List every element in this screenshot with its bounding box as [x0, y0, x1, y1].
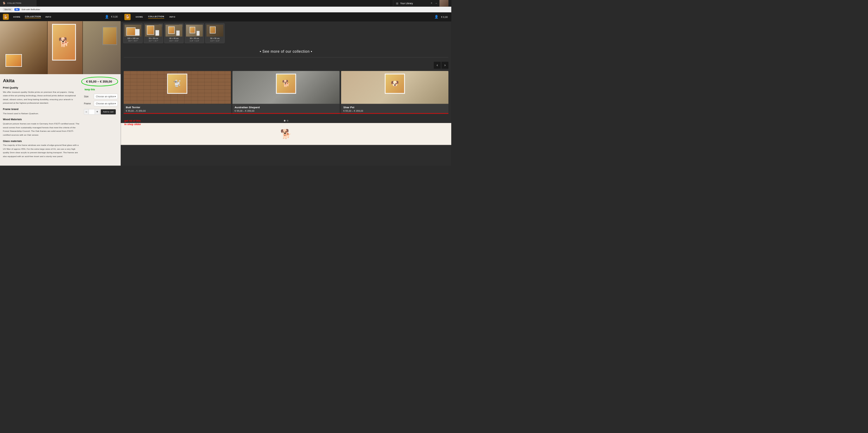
be-badge: Be: [14, 8, 20, 11]
left-nav-cart[interactable]: € 0,00: [111, 15, 118, 18]
product-card-bull-terrier[interactable]: 🐩 Bull Terrier € 55,00 – € 359,00: [124, 71, 231, 114]
library-preview-thumbnail: [439, 0, 448, 7]
australian-shepard-price: € 55,00 – € 359,00: [235, 110, 338, 112]
left-nav-collection[interactable]: COLLECTION: [25, 15, 41, 18]
size-select[interactable]: Choose an option ▾: [94, 94, 118, 99]
product-title: Akita: [3, 78, 79, 84]
frame-select[interactable]: Choose an option ▾: [94, 101, 118, 106]
keep-this-label: keep this: [85, 88, 118, 91]
size-thumb-1-label: 100 × 100 cm 39.4" × 39.4": [125, 37, 141, 42]
left-panel: 🐕 HOME COLLECTION INFO 👤 € 0,00 🐕: [0, 12, 121, 166]
slider-dots: [121, 117, 451, 123]
library-add-icon[interactable]: +: [430, 2, 432, 5]
size-thumb-4[interactable]: 30 × 30 cm 11.8" × 11.8": [185, 24, 204, 43]
site-kit-badge: Site Kit: [3, 8, 12, 11]
glass-materials-text: The majority of the frame windows are ma…: [3, 143, 79, 158]
right-nav-user-icon[interactable]: 👤: [434, 15, 438, 19]
glass-materials-title: Glass materials: [3, 140, 79, 142]
product-slider: 🐩 Bull Terrier € 55,00 – € 359,00 🐕 Aust…: [121, 70, 451, 117]
see-more-section: • See more of our collection •: [121, 45, 451, 60]
hero-image-2: 🐕: [47, 21, 83, 74]
price-range-text: € 55,00 – € 359,00: [86, 80, 112, 83]
size-thumb-5-img: [206, 25, 223, 37]
bull-terrier-price: € 55,00 – € 359,00: [126, 110, 229, 112]
left-nav-user-icon[interactable]: 👤: [105, 15, 109, 19]
right-nav-cart[interactable]: € 0,00: [441, 15, 448, 18]
bull-terrier-title: Bull Terrier: [126, 106, 229, 109]
slider-dot-2[interactable]: [287, 120, 288, 122]
add-to-cart-button[interactable]: Add to cart: [101, 109, 116, 115]
left-logo[interactable]: 🐕: [3, 14, 9, 20]
size-row: Size Choose an option ▾: [84, 94, 118, 99]
product-card-shar-pei[interactable]: 🐶 Shar Pei € 55,00 – € 359,00: [341, 71, 448, 114]
size-thumb-3-img: [166, 25, 183, 37]
qty-minus-button[interactable]: −: [84, 109, 89, 115]
wood-materials-text: Quadrum picture frames are made in Germa…: [3, 122, 79, 137]
size-thumb-3-label: 40 × 40 cm 23.6" × 23.6": [166, 37, 183, 42]
hero-artwork-1: [6, 54, 22, 67]
size-thumb-1[interactable]: 100 × 100 cm 39.4" × 39.4": [123, 24, 142, 43]
shar-pei-title: Shar Pei: [343, 106, 446, 109]
tab-title-left: COLLECTION: [7, 2, 21, 5]
library-bar: ▤ Your Library + →: [393, 0, 451, 7]
right-nav-info[interactable]: INFO: [170, 16, 175, 18]
product-section: Akita Print Quality We offer museum-qual…: [0, 74, 121, 166]
qty-plus-button[interactable]: +: [95, 109, 100, 115]
carousel-next-button[interactable]: ›: [441, 62, 448, 69]
left-nav-info[interactable]: INFO: [45, 15, 51, 18]
qty-value: 1: [89, 109, 95, 115]
bull-terrier-artwork: 🐩: [167, 74, 187, 94]
left-hero-images: 🐕: [0, 21, 121, 74]
product-info: Akita Print Quality We offer museum-qual…: [3, 78, 79, 162]
australian-shepard-info: Australian Shepard € 55,00 – € 359,00: [232, 104, 340, 114]
size-thumb-4-img: [186, 25, 203, 37]
print-quality-text: We offer museum-quality Giclée prints on…: [3, 90, 79, 105]
size-thumb-2[interactable]: A3 50 × 50 cm 19.7" × 19.7": [144, 24, 163, 43]
shar-pei-artwork: 🐶: [385, 74, 405, 94]
shar-pei-image: 🐶: [341, 71, 448, 104]
frame-option-text: Choose an option: [96, 102, 114, 105]
size-option-text: Choose an option: [96, 95, 114, 98]
size-chevron-icon: ▾: [115, 95, 116, 98]
slider-dot-active[interactable]: [284, 120, 286, 122]
left-navigation: 🐕 HOME COLLECTION INFO 👤 € 0,00: [0, 12, 121, 21]
size-thumb-2-label: 50 × 50 cm 19.7" × 19.7": [145, 37, 162, 42]
size-thumb-5[interactable]: 50 × 50 cm 11.8" × 11.8": [205, 24, 224, 43]
size-thumb-5-label: 50 × 50 cm 11.8" × 11.8": [206, 37, 223, 42]
australian-shepard-artwork: 🐕: [276, 74, 296, 94]
qty-and-cart: − 1 + Add to cart: [84, 109, 118, 115]
hero-artwork-3: [102, 27, 117, 45]
library-title: Your Library: [400, 2, 413, 5]
product-controls: € 55,00 – € 359,00 keep this Size Choose…: [84, 78, 118, 162]
size-thumb-1-img: [125, 25, 141, 37]
frame-chevron-icon: ▾: [115, 102, 116, 105]
browser-tab-left[interactable]: 🐕 COLLECTION: [0, 0, 37, 7]
size-thumb-4-label: 30 × 30 cm 11.8" × 11.8": [186, 37, 203, 42]
left-nav-home[interactable]: HOME: [13, 15, 20, 18]
frame-brand-title: Frame brand: [3, 108, 79, 110]
frame-brand-text: The brand used is Nielsen Quadrum.: [3, 111, 79, 115]
product-card-australian-shepard[interactable]: 🐕 Australian Shepard € 55,00 – € 359,00: [232, 71, 340, 114]
price-range-container: € 55,00 – € 359,00: [84, 79, 114, 85]
size-thumb-3[interactable]: A3 40 × 40 cm 23.6" × 23.6": [164, 24, 184, 43]
size-thumb-2-img: [145, 25, 162, 37]
right-nav-collection[interactable]: COLLECTION: [148, 15, 164, 19]
carousel-prev-button[interactable]: ‹: [434, 62, 441, 69]
shar-pei-price: € 55,00 – € 359,00: [343, 110, 446, 112]
library-bars-icon: ▤: [396, 2, 398, 5]
edit-with-bebuilder[interactable]: Edit with BeBuilder: [22, 8, 40, 11]
print-quality-title: Print Quality: [3, 86, 79, 89]
see-more-text: • See more of our collection •: [260, 50, 312, 53]
quantity-stepper: − 1 +: [84, 109, 100, 115]
australian-shepard-title: Australian Shepard: [235, 106, 338, 109]
hero-image-3: [83, 21, 121, 74]
hero-artwork-2: 🐕: [52, 24, 76, 60]
right-logo[interactable]: 🐕: [125, 14, 131, 20]
favicon-left: 🐕: [3, 2, 6, 5]
library-arrow-icon[interactable]: →: [435, 2, 438, 5]
frame-label: Frame: [84, 102, 92, 105]
right-nav-home[interactable]: HOME: [136, 16, 143, 18]
site-editor-bar: Site Kit Be Edit with BeBuilder: [0, 7, 451, 13]
right-navigation: 🐕 HOME COLLECTION INFO 👤 € 0,00: [121, 12, 451, 21]
right-bottom-section: 🐕: [121, 123, 451, 145]
